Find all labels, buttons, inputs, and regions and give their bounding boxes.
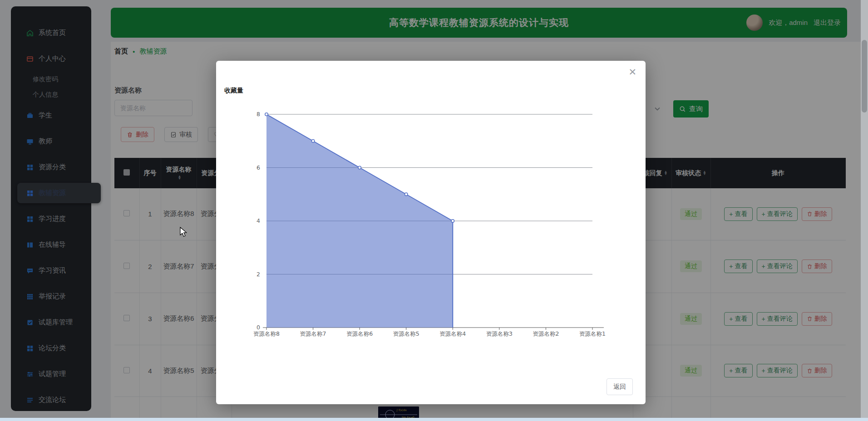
svg-text:资源名称3: 资源名称3: [486, 330, 513, 337]
svg-text:2: 2: [256, 271, 260, 278]
scrollbar-track[interactable]: [861, 0, 868, 421]
svg-text:8: 8: [256, 111, 260, 117]
scrollbar-thumb[interactable]: [862, 40, 867, 113]
svg-text:资源名称8: 资源名称8: [253, 330, 280, 337]
svg-text:资源名称1: 资源名称1: [579, 330, 606, 337]
svg-text:资源名称7: 资源名称7: [300, 330, 326, 337]
bottom-edge-strip: [0, 418, 868, 421]
svg-text:资源名称4: 资源名称4: [439, 330, 466, 337]
back-button[interactable]: 返回: [607, 378, 633, 395]
svg-text:0: 0: [256, 324, 260, 331]
favorites-chart: 02468资源名称8资源名称7资源名称6资源名称5资源名称4资源名称3资源名称2…: [216, 61, 646, 404]
svg-text:6: 6: [256, 164, 260, 171]
svg-text:资源名称5: 资源名称5: [393, 330, 419, 337]
favorites-chart-dialog: ✕ 收藏量 02468资源名称8资源名称7资源名称6资源名称5资源名称4资源名称…: [216, 61, 646, 404]
svg-text:资源名称2: 资源名称2: [533, 330, 559, 337]
svg-text:资源名称6: 资源名称6: [346, 330, 373, 337]
svg-text:4: 4: [256, 217, 260, 224]
